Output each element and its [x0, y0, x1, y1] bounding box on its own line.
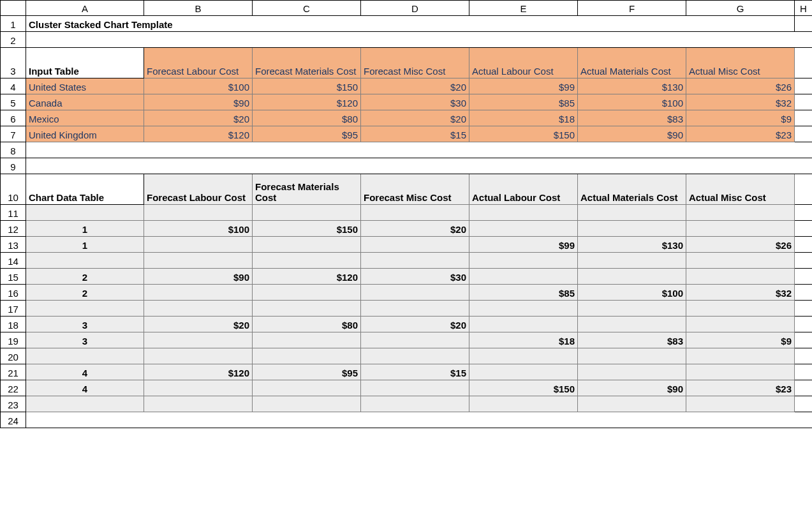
row-header-22[interactable]: 22 — [1, 380, 26, 396]
select-all-corner[interactable] — [1, 1, 26, 16]
cell[interactable] — [795, 110, 813, 126]
chart-cell[interactable] — [578, 364, 686, 380]
chart-cell[interactable] — [361, 253, 469, 269]
input-row-name[interactable]: United Kingdom — [26, 126, 144, 142]
chart-cell[interactable]: $99 — [469, 237, 578, 253]
col-header-G[interactable]: G — [686, 1, 795, 16]
chart-cell[interactable]: $90 — [144, 269, 253, 285]
chart-cell[interactable]: $15 — [361, 364, 469, 380]
chart-cell[interactable] — [469, 396, 578, 412]
cell[interactable] — [26, 158, 813, 174]
chart-cell[interactable]: $150 — [469, 380, 578, 396]
chart-cell[interactable]: $26 — [686, 237, 795, 253]
chart-cell[interactable]: $95 — [253, 364, 361, 380]
input-cell[interactable]: $32 — [686, 94, 795, 110]
chart-table-label[interactable]: Chart Data Table — [26, 174, 144, 205]
input-cell[interactable]: $26 — [686, 78, 795, 94]
input-table-label[interactable]: Input Table — [26, 48, 144, 78]
chart-cell[interactable] — [253, 237, 361, 253]
chart-cell[interactable]: $20 — [144, 317, 253, 332]
input-row-name[interactable]: United States — [26, 78, 144, 94]
chart-header[interactable]: Forecast Materials Cost — [253, 174, 361, 205]
chart-cell[interactable] — [144, 253, 253, 269]
row-header-5[interactable]: 5 — [1, 94, 26, 110]
chart-row-index[interactable]: 4 — [26, 364, 144, 380]
cell[interactable] — [795, 174, 813, 205]
page-title[interactable]: Cluster Stacked Chart Template — [26, 16, 795, 32]
chart-row-index[interactable]: 2 — [26, 285, 144, 301]
chart-row-index[interactable]: 4 — [26, 380, 144, 396]
chart-cell[interactable]: $23 — [686, 380, 795, 396]
input-header[interactable]: Actual Labour Cost — [469, 48, 578, 78]
chart-cell[interactable] — [686, 364, 795, 380]
cell[interactable] — [795, 285, 813, 301]
cell[interactable] — [795, 48, 813, 78]
row-header-14[interactable]: 14 — [1, 253, 26, 269]
chart-cell[interactable] — [686, 205, 795, 221]
cell[interactable] — [795, 269, 813, 285]
cell[interactable] — [795, 78, 813, 94]
input-cell[interactable]: $150 — [253, 78, 361, 94]
chart-cell[interactable] — [469, 317, 578, 332]
chart-cell[interactable] — [361, 205, 469, 221]
chart-cell[interactable]: $85 — [469, 285, 578, 301]
chart-cell[interactable] — [144, 396, 253, 412]
chart-header[interactable]: Actual Labour Cost — [469, 174, 578, 205]
chart-cell[interactable] — [253, 332, 361, 348]
chart-cell[interactable] — [578, 396, 686, 412]
chart-cell[interactable] — [361, 237, 469, 253]
input-header[interactable]: Forecast Materials Cost — [253, 48, 361, 78]
chart-cell[interactable] — [578, 317, 686, 332]
cell[interactable] — [795, 396, 813, 412]
col-header-F[interactable]: F — [578, 1, 686, 16]
cell[interactable] — [795, 301, 813, 317]
row-header-6[interactable]: 6 — [1, 110, 26, 126]
chart-row-index[interactable] — [26, 301, 144, 317]
cell[interactable] — [795, 205, 813, 221]
chart-row-index[interactable] — [26, 396, 144, 412]
input-cell[interactable]: $15 — [361, 126, 469, 142]
row-header-16[interactable]: 16 — [1, 285, 26, 301]
row-header-13[interactable]: 13 — [1, 237, 26, 253]
chart-cell[interactable]: $20 — [361, 317, 469, 332]
col-header-D[interactable]: D — [361, 1, 469, 16]
row-header-7[interactable]: 7 — [1, 126, 26, 142]
input-header[interactable]: Actual Materials Cost — [578, 48, 686, 78]
cell[interactable] — [795, 380, 813, 396]
chart-cell[interactable] — [686, 301, 795, 317]
input-cell[interactable]: $100 — [144, 78, 253, 94]
chart-cell[interactable] — [578, 205, 686, 221]
cell[interactable] — [795, 237, 813, 253]
input-cell[interactable]: $95 — [253, 126, 361, 142]
input-cell[interactable]: $20 — [361, 78, 469, 94]
chart-cell[interactable] — [253, 301, 361, 317]
chart-cell[interactable]: $100 — [578, 285, 686, 301]
row-header-12[interactable]: 12 — [1, 221, 26, 237]
chart-cell[interactable] — [578, 253, 686, 269]
chart-cell[interactable] — [144, 380, 253, 396]
chart-header[interactable]: Actual Misc Cost — [686, 174, 795, 205]
row-header-4[interactable]: 4 — [1, 78, 26, 94]
cell[interactable] — [795, 221, 813, 237]
chart-cell[interactable] — [578, 269, 686, 285]
chart-cell[interactable]: $150 — [253, 221, 361, 237]
input-cell[interactable]: $18 — [469, 110, 578, 126]
chart-cell[interactable]: $130 — [578, 237, 686, 253]
spreadsheet[interactable]: A B C D E F G H 1 Cluster Stacked Chart … — [0, 0, 812, 428]
input-cell[interactable]: $83 — [578, 110, 686, 126]
row-header-18[interactable]: 18 — [1, 317, 26, 332]
chart-cell[interactable] — [686, 221, 795, 237]
cell[interactable] — [26, 412, 813, 428]
row-header-3[interactable]: 3 — [1, 48, 26, 78]
chart-cell[interactable]: $18 — [469, 332, 578, 348]
chart-cell[interactable] — [686, 269, 795, 285]
chart-cell[interactable] — [469, 301, 578, 317]
chart-header[interactable]: Forecast Misc Cost — [361, 174, 469, 205]
input-cell[interactable]: $30 — [361, 94, 469, 110]
chart-cell[interactable] — [144, 285, 253, 301]
chart-cell[interactable] — [144, 332, 253, 348]
chart-header[interactable]: Forecast Labour Cost — [144, 174, 253, 205]
chart-cell[interactable] — [578, 348, 686, 364]
row-header-17[interactable]: 17 — [1, 301, 26, 317]
input-header[interactable]: Forecast Misc Cost — [361, 48, 469, 78]
